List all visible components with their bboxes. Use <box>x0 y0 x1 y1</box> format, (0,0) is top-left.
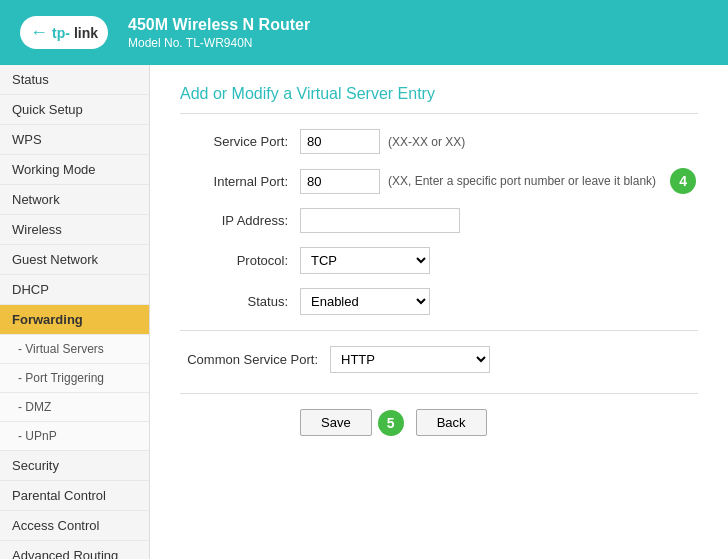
sidebar-item-virtual-servers[interactable]: - Virtual Servers <box>0 335 149 364</box>
sidebar-item-upnp[interactable]: - UPnP <box>0 422 149 451</box>
common-service-row: Common Service Port: HTTP FTP SMTP POP3 … <box>180 346 698 373</box>
status-label: Status: <box>180 294 300 309</box>
status-controls: Enabled Disabled <box>300 288 430 315</box>
main-layout: Status Quick Setup WPS Working Mode Netw… <box>0 65 728 559</box>
form-divider <box>180 330 698 331</box>
protocol-select[interactable]: TCP UDP All <box>300 247 430 274</box>
internal-port-row: Internal Port: (XX, Enter a specific por… <box>180 168 698 194</box>
sidebar-item-working-mode[interactable]: Working Mode <box>0 155 149 185</box>
logo-link: link <box>74 25 98 41</box>
ip-address-input[interactable] <box>300 208 460 233</box>
page-title: Add or Modify a Virtual Server Entry <box>180 85 698 114</box>
sidebar-item-quick-setup[interactable]: Quick Setup <box>0 95 149 125</box>
service-port-input[interactable] <box>300 129 380 154</box>
common-service-label: Common Service Port: <box>180 352 330 367</box>
service-port-row: Service Port: (XX-XX or XX) <box>180 129 698 154</box>
step5-badge: 5 <box>378 410 404 436</box>
header: ← tp-link 450M Wireless N Router Model N… <box>0 0 728 65</box>
content-area: Add or Modify a Virtual Server Entry Ser… <box>150 65 728 559</box>
logo-tp: tp- <box>52 25 70 41</box>
internal-port-label: Internal Port: <box>180 174 300 189</box>
header-title: 450M Wireless N Router Model No. TL-WR94… <box>128 16 310 50</box>
sidebar-item-dmz[interactable]: - DMZ <box>0 393 149 422</box>
sidebar-item-parental-control[interactable]: Parental Control <box>0 481 149 511</box>
button-row: Save 5 Back <box>300 409 698 436</box>
common-service-select[interactable]: HTTP FTP SMTP POP3 TELNET <box>330 346 490 373</box>
logo-arrow-icon: ← <box>30 22 48 43</box>
sidebar-item-guest-network[interactable]: Guest Network <box>0 245 149 275</box>
ip-address-controls <box>300 208 460 233</box>
protocol-controls: TCP UDP All <box>300 247 430 274</box>
logo-container: ← tp-link <box>20 16 108 49</box>
internal-port-input[interactable] <box>300 169 380 194</box>
sidebar-item-forwarding[interactable]: Forwarding <box>0 305 149 335</box>
status-select[interactable]: Enabled Disabled <box>300 288 430 315</box>
protocol-row: Protocol: TCP UDP All <box>180 247 698 274</box>
sidebar-item-port-triggering[interactable]: - Port Triggering <box>0 364 149 393</box>
step4-badge: 4 <box>670 168 696 194</box>
model-number: Model No. TL-WR940N <box>128 36 310 50</box>
back-button[interactable]: Back <box>416 409 487 436</box>
protocol-label: Protocol: <box>180 253 300 268</box>
sidebar-item-dhcp[interactable]: DHCP <box>0 275 149 305</box>
sidebar-item-wireless[interactable]: Wireless <box>0 215 149 245</box>
service-port-controls: (XX-XX or XX) <box>300 129 465 154</box>
ip-address-row: IP Address: <box>180 208 698 233</box>
sidebar-item-status[interactable]: Status <box>0 65 149 95</box>
ip-address-label: IP Address: <box>180 213 300 228</box>
sidebar-item-network[interactable]: Network <box>0 185 149 215</box>
sidebar-item-access-control[interactable]: Access Control <box>0 511 149 541</box>
service-port-hint: (XX-XX or XX) <box>388 135 465 149</box>
service-port-label: Service Port: <box>180 134 300 149</box>
internal-port-hint: (XX, Enter a specific port number or lea… <box>388 174 656 188</box>
sidebar: Status Quick Setup WPS Working Mode Netw… <box>0 65 150 559</box>
device-name: 450M Wireless N Router <box>128 16 310 34</box>
button-divider <box>180 393 698 394</box>
virtual-server-form: Service Port: (XX-XX or XX) Internal Por… <box>180 129 698 315</box>
internal-port-controls: (XX, Enter a specific port number or lea… <box>300 168 696 194</box>
save-button[interactable]: Save <box>300 409 372 436</box>
sidebar-item-advanced-routing[interactable]: Advanced Routing <box>0 541 149 559</box>
status-row: Status: Enabled Disabled <box>180 288 698 315</box>
sidebar-item-wps[interactable]: WPS <box>0 125 149 155</box>
sidebar-item-security[interactable]: Security <box>0 451 149 481</box>
